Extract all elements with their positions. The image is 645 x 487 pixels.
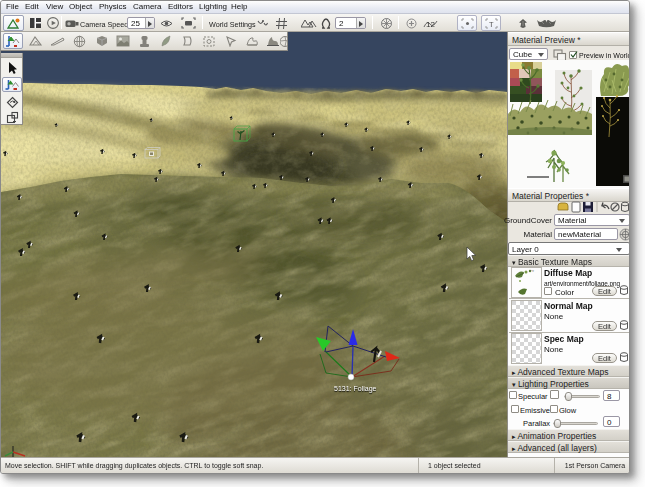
svg-text:5131: Foliage: 5131: Foliage: [334, 385, 377, 393]
svg-text:'*: '*: [531, 269, 534, 275]
svg-text:12: 12: [426, 20, 435, 29]
svg-text:T: T: [489, 19, 494, 28]
